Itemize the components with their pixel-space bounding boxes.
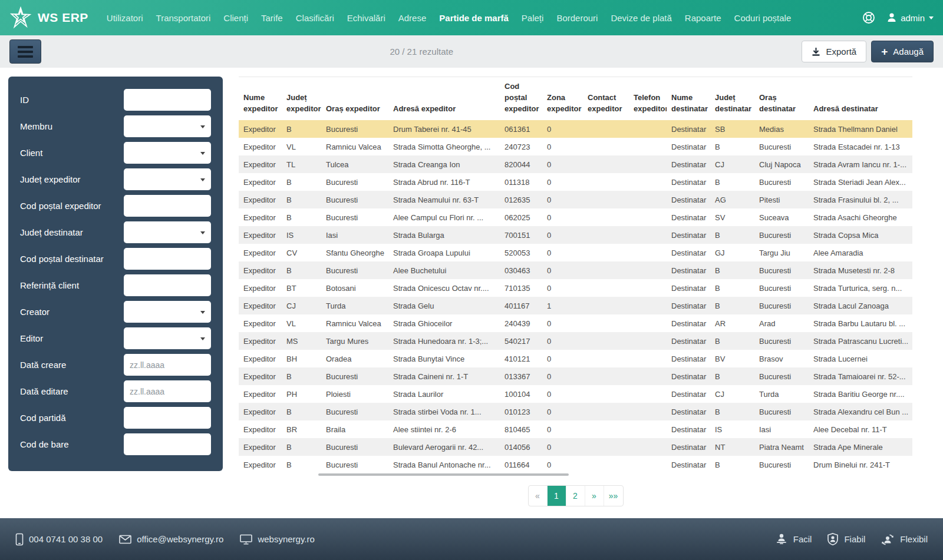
table-cell: 061361 <box>500 120 542 138</box>
nav-item-pale-i[interactable]: Paleți <box>515 13 550 23</box>
filter-input-dat-editare[interactable] <box>124 380 211 402</box>
footer-website-item[interactable]: websynergy.ro <box>240 534 314 545</box>
nav-item-echival-ri[interactable]: Echivalări <box>341 13 392 23</box>
table-row[interactable]: ExpeditorVLRamnicu ValceaStrada Ghioceil… <box>239 314 912 332</box>
table-row[interactable]: ExpeditorPHPloiestiStrada Laurilor100104… <box>239 385 912 403</box>
table-row[interactable]: ExpeditorBBucurestiStrada Abrud nr. 116-… <box>239 173 912 191</box>
filter-select-editor[interactable] <box>124 327 211 349</box>
page-button-2[interactable]: 2 <box>566 486 585 506</box>
tagline-flexibil: Flexibil <box>881 533 928 545</box>
envelope-icon <box>119 535 131 544</box>
table-row[interactable]: ExpeditorBBucurestiStrada Caineni nr. 1-… <box>239 367 912 385</box>
table-cell: B <box>710 261 754 279</box>
column-header-nume-destinatar[interactable]: Nume destinatar <box>667 77 710 121</box>
nav-item-utilizatori[interactable]: Utilizatori <box>100 13 150 23</box>
nav-item-rapoarte[interactable]: Rapoarte <box>678 13 728 23</box>
page-first-button[interactable]: « <box>529 486 548 506</box>
page-button-1[interactable]: 1 <box>548 486 566 506</box>
filter-select-client[interactable] <box>124 142 211 164</box>
table-cell: 240439 <box>500 314 542 332</box>
table-row[interactable]: ExpeditorCJTurdaStrada Gelu4011671Destin… <box>239 297 912 314</box>
table-row[interactable]: ExpeditorBBucurestiAlee Campul cu Flori … <box>239 208 912 226</box>
person-arrows-icon <box>881 533 895 545</box>
table-row[interactable]: ExpeditorISIasiStrada Bularga7001510Dest… <box>239 226 912 244</box>
table-row[interactable]: ExpeditorBBucurestiStrada stirbei Voda n… <box>239 403 912 420</box>
column-header-zona-expeditor[interactable]: Zona expeditor <box>542 77 583 121</box>
table-cell: Strada Barbu Lautaru bl. ... <box>809 314 912 332</box>
table-cell <box>583 403 629 420</box>
table-row[interactable]: ExpeditorBBucurestiDrum Taberei nr. 41-4… <box>239 120 912 138</box>
nav-item-clien-i[interactable]: Clienți <box>217 13 255 23</box>
table-row[interactable]: ExpeditorCVSfantu GheorgheStrada Groapa … <box>239 244 912 261</box>
menu-toggle-button[interactable] <box>9 39 41 64</box>
nav-item-tarife[interactable]: Tarife <box>255 13 289 23</box>
table-cell <box>583 314 629 332</box>
page-next-button[interactable]: » <box>585 486 604 506</box>
filter-select-membru[interactable] <box>124 115 211 137</box>
table-cell: Strada Baritiu George nr.... <box>809 385 912 403</box>
filter-input-id[interactable] <box>124 89 211 111</box>
toolbar-actions: Exportă + Adaugă <box>802 41 934 62</box>
filter-select-jude-destinatar[interactable] <box>124 221 211 243</box>
footer-email-item[interactable]: office@websynergy.ro <box>119 534 223 544</box>
table-cell: 540217 <box>500 332 542 350</box>
table-cell: Strada stirbei Voda nr. 1... <box>388 403 500 420</box>
table-row[interactable]: ExpeditorBHOradeaStrada Bunytai Vince410… <box>239 350 912 367</box>
table-cell <box>583 208 629 226</box>
column-header-cod-po-tal-expeditor[interactable]: Cod poștal expeditor <box>500 77 542 121</box>
nav-item-borderouri[interactable]: Borderouri <box>550 13 604 23</box>
brand[interactable]: WS ERP <box>9 6 88 29</box>
table-row[interactable]: ExpeditorBBucurestiBulevard Aerogarii nr… <box>239 438 912 456</box>
column-header-telefon-expeditor[interactable]: Telefon expeditor <box>629 77 667 121</box>
nav-item-clasific-ri[interactable]: Clasificări <box>289 13 341 23</box>
table-row[interactable]: ExpeditorTLTulceaStrada Creanga Ion82004… <box>239 155 912 173</box>
filter-row: Dată creare <box>20 354 211 376</box>
table-row[interactable]: ExpeditorBBucurestiStrada Neamului nr. 6… <box>239 191 912 208</box>
table-cell: Bucuresti <box>321 261 388 279</box>
column-header-jude-destinatar[interactable]: Județ destinatar <box>710 77 754 121</box>
table-cell: Destinatar <box>667 367 710 385</box>
table-cell: VL <box>282 314 321 332</box>
table-row[interactable]: ExpeditorBBucurestiAlee Buchetului030463… <box>239 261 912 279</box>
footer-email: office@websynergy.ro <box>137 534 223 544</box>
column-header-adres-destinatar[interactable]: Adresă destinatar <box>809 77 912 121</box>
filter-select-jude-expeditor[interactable] <box>124 168 211 190</box>
column-header-ora-expeditor[interactable]: Oraș expeditor <box>321 77 388 121</box>
filter-input-cod-partid[interactable] <box>124 407 211 429</box>
table-row[interactable]: ExpeditorBTBotosaniStrada Onicescu Octav… <box>239 279 912 297</box>
table-cell <box>583 438 629 456</box>
filter-input-cod-de-bare[interactable] <box>124 433 211 455</box>
table-cell <box>629 138 667 155</box>
table-hscrollbar-thumb[interactable] <box>318 473 569 476</box>
column-header-nume-expeditor[interactable]: Nume expeditor <box>239 77 282 121</box>
user-menu[interactable]: admin <box>886 12 934 23</box>
export-button[interactable]: Exportă <box>802 41 866 62</box>
filter-row: Client <box>20 142 211 164</box>
column-header-jude-expeditor[interactable]: Județ expeditor <box>282 77 321 121</box>
column-header-contact-expeditor[interactable]: Contact expeditor <box>583 77 629 121</box>
nav-item-transportatori[interactable]: Transportatori <box>150 13 217 23</box>
table-cell: Destinatar <box>667 120 710 138</box>
table-cell: Botosani <box>321 279 388 297</box>
filter-input-cod-po-tal-expeditor[interactable] <box>124 195 211 217</box>
filter-input-cod-po-tal-destinatar[interactable] <box>124 248 211 270</box>
filter-input-referin-client[interactable] <box>124 274 211 296</box>
table-row[interactable]: ExpeditorMSTargu MuresStrada Hunedoara n… <box>239 332 912 350</box>
table-row[interactable]: ExpeditorBBucurestiStrada Banul Antonach… <box>239 456 912 473</box>
globe-icon[interactable] <box>862 11 876 25</box>
add-button[interactable]: + Adaugă <box>871 41 934 62</box>
table-row[interactable]: ExpeditorVLRamnicu ValceaStrada Simotta … <box>239 138 912 155</box>
column-header-ora-destinatar[interactable]: Oraș destinatar <box>754 77 809 121</box>
column-header-adres-expeditor[interactable]: Adresă expeditor <box>388 77 500 121</box>
nav-item-partide-de-marf[interactable]: Partide de marfă <box>433 13 515 23</box>
filter-select-creator[interactable] <box>124 301 211 323</box>
nav-item-coduri-po-tale[interactable]: Coduri poștale <box>728 13 798 23</box>
nav-item-devize-de-plat[interactable]: Devize de plată <box>604 13 678 23</box>
nav-item-adrese[interactable]: Adrese <box>392 13 433 23</box>
table-row[interactable]: ExpeditorBRBrailaAlee stiintei nr. 2-681… <box>239 420 912 438</box>
filter-input-dat-creare[interactable] <box>124 354 211 376</box>
caret-down-icon <box>200 311 205 314</box>
table-cell: Destinatar <box>667 456 710 473</box>
table-cell: 030463 <box>500 261 542 279</box>
page-last-button[interactable]: »» <box>604 486 623 506</box>
